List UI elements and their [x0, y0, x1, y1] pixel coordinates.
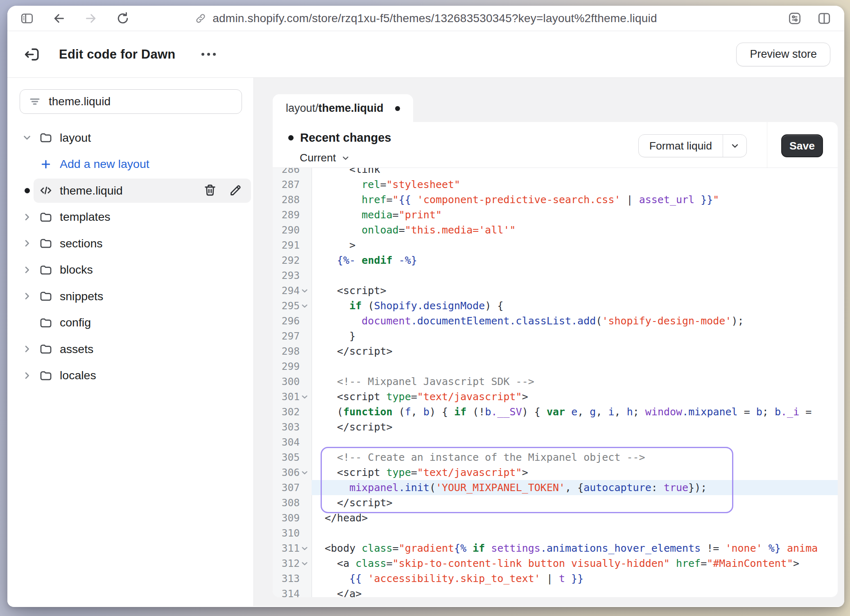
chevron-down-icon[interactable] — [20, 132, 34, 143]
tree-item-label: Add a new layout — [60, 157, 149, 171]
code-line-302: 302 (function (f, b) { if (!b.__SV) { va… — [273, 404, 838, 419]
line-number: 294 — [273, 283, 312, 298]
tree-item-templates[interactable]: templates — [7, 204, 253, 231]
url-text: admin.shopify.com/store/rzq1xu-f5/themes… — [212, 12, 657, 25]
save-button[interactable]: Save — [781, 134, 823, 157]
more-options-icon[interactable] — [197, 49, 220, 60]
folder-icon — [38, 236, 54, 250]
tree-item-label: assets — [60, 342, 93, 356]
link-icon — [194, 12, 207, 25]
line-number: 305 — [273, 450, 312, 465]
tree-item-label: config — [60, 316, 91, 329]
line-number: 313 — [273, 571, 312, 586]
add-new-layout-button[interactable]: Add a new layout — [7, 151, 253, 178]
line-number: 303 — [273, 419, 312, 435]
unsaved-changes-dot — [25, 188, 30, 193]
tree-item-snippets[interactable]: snippets — [7, 283, 253, 310]
line-number: 314 — [273, 586, 312, 597]
line-number: 288 — [273, 192, 312, 207]
chevron-right-icon[interactable] — [20, 343, 34, 355]
line-number: 307 — [273, 480, 312, 495]
tree-item-label: layout — [60, 131, 91, 145]
file-filter-input[interactable] — [49, 95, 233, 108]
folder-icon — [38, 369, 54, 383]
fold-chevron-icon[interactable] — [300, 301, 310, 310]
tree-item-blocks[interactable]: blocks — [7, 257, 253, 283]
code-line-288: 288 href="{{ 'component-predictive-searc… — [273, 192, 838, 207]
version-dropdown[interactable]: Current — [300, 152, 350, 164]
line-number: 298 — [273, 344, 312, 359]
line-number: 312 — [273, 556, 312, 571]
tree-item-locales[interactable]: locales — [7, 362, 253, 389]
file-filter-field[interactable] — [20, 89, 242, 114]
code-line-291: 291 > — [273, 238, 838, 253]
fold-chevron-icon[interactable] — [300, 468, 310, 477]
folder-icon — [38, 263, 54, 277]
tree-item-layout[interactable]: layout — [7, 125, 253, 151]
code-line-314: 314 </a> — [273, 586, 838, 597]
tab-theme-liquid[interactable]: layout/theme.liquid — [273, 94, 413, 122]
tree-item-label: sections — [60, 237, 103, 250]
pencil-icon[interactable] — [228, 183, 243, 198]
folder-icon — [38, 316, 54, 330]
tree-item-label: locales — [60, 369, 96, 382]
code-editor[interactable]: 286 <link287 rel="stylesheet"288 href="{… — [273, 168, 838, 597]
tree-item-label: theme.liquid — [60, 184, 123, 197]
line-number: 296 — [273, 313, 312, 328]
file-tree: layoutAdd a new layouttheme.liquidtempla… — [7, 125, 253, 389]
editor-panel: Recent changes Current Format liquid Sav… — [273, 122, 838, 597]
line-number: 306 — [273, 465, 312, 480]
line-number: 287 — [273, 177, 312, 192]
fold-chevron-icon[interactable] — [300, 559, 310, 568]
address-bar[interactable]: admin.shopify.com/store/rzq1xu-f5/themes… — [7, 6, 844, 31]
tree-item-theme-liquid[interactable]: theme.liquid — [7, 177, 253, 204]
fold-chevron-icon[interactable] — [300, 392, 310, 401]
line-number: 299 — [273, 359, 312, 374]
chevron-right-icon[interactable] — [20, 290, 34, 302]
code-line-292: 292 {%- endif -%} — [273, 253, 838, 268]
code-line-297: 297 } — [273, 328, 838, 344]
code-line-296: 296 document.documentElement.classList.a… — [273, 313, 838, 328]
preview-store-button[interactable]: Preview store — [736, 43, 830, 66]
fold-chevron-icon[interactable] — [300, 286, 310, 295]
fold-chevron-icon[interactable] — [300, 544, 310, 553]
line-number: 291 — [273, 238, 312, 253]
code-line-294: 294 <script> — [273, 283, 838, 298]
line-number: 292 — [273, 253, 312, 268]
line-number: 308 — [273, 495, 312, 510]
split-view-icon[interactable] — [816, 11, 832, 26]
code-line-286: 286 <link — [273, 168, 838, 177]
tab-file-name: theme.liquid — [319, 102, 384, 115]
chevron-right-icon[interactable] — [20, 211, 34, 223]
exit-editor-icon[interactable] — [21, 44, 43, 65]
tree-item-config[interactable]: config — [7, 310, 253, 336]
code-line-300: 300 <!-- Mixpanel Javascript SDK --> — [273, 374, 838, 389]
recent-changes-label: Recent changes — [300, 131, 391, 145]
chevron-right-icon[interactable] — [20, 264, 34, 276]
trash-icon[interactable] — [203, 183, 217, 198]
format-liquid-button[interactable]: Format liquid — [638, 134, 747, 157]
chevron-right-icon[interactable] — [20, 370, 34, 381]
chevron-right-icon[interactable] — [20, 238, 34, 249]
editor-toolbar: Recent changes Current Format liquid Sav… — [273, 122, 838, 168]
line-number: 300 — [273, 374, 312, 389]
code-line-289: 289 media="print" — [273, 207, 838, 222]
unsaved-changes-dot — [395, 106, 400, 111]
recent-changes-dot — [288, 135, 294, 140]
chevron-down-icon — [341, 153, 350, 163]
line-number: 309 — [273, 510, 312, 525]
folder-icon — [38, 342, 54, 356]
code-line-293: 293 — [273, 268, 838, 283]
code-line-303: 303 </script> — [273, 419, 838, 435]
tree-item-sections[interactable]: sections — [7, 230, 253, 257]
code-line-301: 301 <script type="text/javascript"> — [273, 389, 838, 404]
line-number: 290 — [273, 222, 312, 238]
format-options-caret[interactable] — [723, 135, 746, 157]
code-line-313: 313 {{ 'accessibility.skip_to_text' | t … — [273, 571, 838, 586]
line-number: 297 — [273, 328, 312, 344]
browser-window: admin.shopify.com/store/rzq1xu-f5/themes… — [7, 6, 844, 607]
browser-extensions-icon[interactable] — [787, 11, 803, 26]
line-number: 311 — [273, 541, 312, 556]
filter-icon — [28, 95, 41, 108]
tree-item-assets[interactable]: assets — [7, 336, 253, 362]
